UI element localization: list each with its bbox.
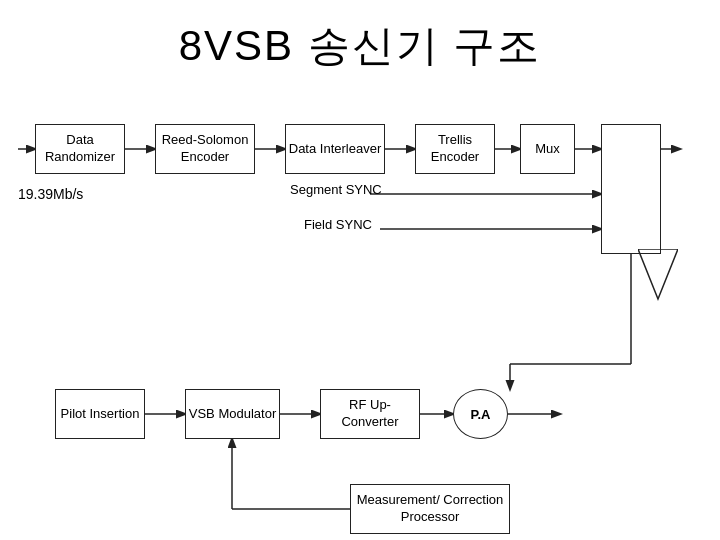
bitrate-label: 19.39Mb/s [18,186,83,202]
trellis-encoder-block: Trellis Encoder [415,124,495,174]
data-interleaver-block: Data Interleaver [285,124,385,174]
diagram-area: Data Randomizer Reed-Solomon Encoder Dat… [0,94,720,534]
segment-sync-label: Segment SYNC [290,182,382,197]
page-title: 8VSB 송신기 구조 [0,0,720,94]
rf-upconverter-block: RF Up-Converter [320,389,420,439]
data-randomizer-block: Data Randomizer [35,124,125,174]
measurement-block: Measurement/ Correction Processor [350,484,510,534]
output-block [601,124,661,254]
mux-block: Mux [520,124,575,174]
vsb-modulator-block: VSB Modulator [185,389,280,439]
reed-solomon-block: Reed-Solomon Encoder [155,124,255,174]
svg-marker-18 [638,249,678,299]
pilot-insertion-block: Pilot Insertion [55,389,145,439]
pa-block: P.A [453,389,508,439]
field-sync-label: Field SYNC [304,217,372,232]
antenna-icon [638,249,678,309]
